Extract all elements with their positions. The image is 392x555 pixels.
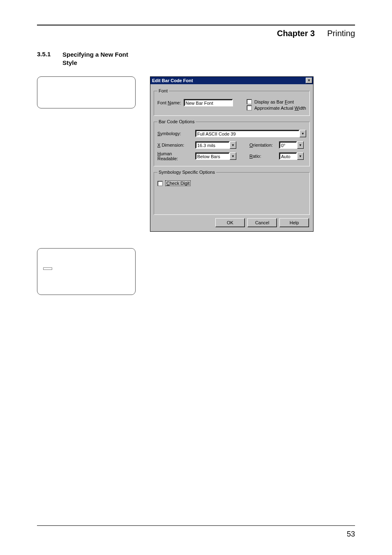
display-as-bar-font-label: Display as Bar Font — [254, 99, 294, 104]
orientation-label: Orientation: — [249, 143, 277, 147]
orientation-value: 0° — [279, 141, 297, 149]
human-readable-combo[interactable]: Below Bars ▼ — [195, 152, 236, 160]
font-name-input[interactable]: New Bar Font — [184, 99, 233, 106]
dialog-titlebar: Edit Bar Code Font × — [150, 77, 313, 84]
display-as-bar-font-checkbox[interactable] — [247, 99, 252, 104]
section-number: 3.5.1 — [37, 51, 55, 67]
instruction-box-2 — [37, 248, 136, 295]
xdimension-combo[interactable]: 16.3 mils ▼ — [195, 141, 236, 149]
xdimension-label: X Dimension: — [157, 143, 193, 147]
page-footer: 53 — [37, 525, 355, 539]
ratio-combo[interactable]: Auto ▼ — [279, 152, 304, 160]
chevron-down-icon[interactable]: ▼ — [230, 152, 236, 160]
symbology-specific-label: Symbology Specific Options — [157, 170, 216, 175]
cancel-button[interactable]: Cancel — [247, 218, 277, 227]
edit-barcode-font-dialog: Edit Bar Code Font × Font Font Name: New… — [150, 76, 314, 232]
orientation-combo[interactable]: 0° ▼ — [279, 141, 304, 149]
ghost-ok-button — [43, 267, 52, 270]
ok-button[interactable]: OK — [215, 218, 245, 227]
human-readable-label: Human Readable: — [157, 151, 193, 161]
instruction-box-1 — [37, 76, 136, 108]
chapter-title: Printing — [327, 29, 355, 38]
symbology-specific-group: Symbology Specific Options Check Digit — [154, 170, 310, 215]
font-name-label: Font Name: — [157, 100, 181, 105]
xdimension-value: 16.3 mils — [195, 141, 230, 149]
font-group: Font Font Name: New Bar Font Display as … — [154, 88, 310, 116]
ratio-label: Ratio: — [249, 154, 277, 159]
check-digit-checkbox[interactable] — [157, 181, 163, 186]
symbology-combo[interactable]: Full ASCII Code 39 ▼ — [195, 130, 306, 137]
chevron-down-icon[interactable]: ▼ — [300, 130, 306, 137]
approx-width-checkbox[interactable] — [247, 105, 252, 111]
symbology-label: Symbology: — [157, 131, 193, 136]
chevron-down-icon[interactable]: ▼ — [297, 141, 304, 149]
chapter-label: Chapter 3 — [277, 29, 315, 38]
help-button[interactable]: Help — [279, 218, 309, 227]
approx-width-label: Approximate Actual Width — [254, 106, 306, 111]
barcode-options-group: Bar Code Options Symbology: Full ASCII C… — [154, 119, 310, 166]
dialog-title: Edit Bar Code Font — [152, 78, 193, 83]
ratio-value: Auto — [279, 152, 297, 160]
barcode-options-label: Bar Code Options — [157, 119, 196, 124]
symbology-value: Full ASCII Code 39 — [195, 130, 300, 137]
font-group-label: Font — [157, 88, 169, 93]
human-readable-value: Below Bars — [195, 152, 230, 160]
section-title: Specifying a New Font Style — [62, 51, 136, 67]
chevron-down-icon[interactable]: ▼ — [297, 152, 304, 160]
page-number: 53 — [347, 530, 355, 539]
check-digit-label: Check Digit — [165, 180, 191, 186]
chevron-down-icon[interactable]: ▼ — [230, 141, 236, 149]
close-icon[interactable]: × — [306, 78, 312, 83]
